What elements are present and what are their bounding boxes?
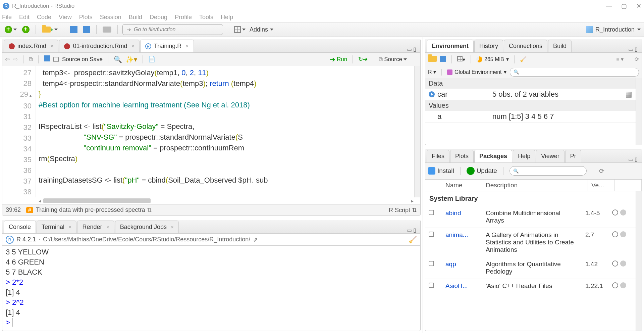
view-data-icon[interactable]: ▦ xyxy=(625,90,632,99)
refresh-packages-button[interactable]: ⟳ xyxy=(599,167,604,175)
file-type-menu[interactable]: R Script ⇅ xyxy=(389,206,417,214)
menu-code[interactable]: Code xyxy=(37,14,51,21)
clear-workspace-button[interactable]: 🧹 xyxy=(520,56,527,62)
menu-tools[interactable]: Tools xyxy=(199,14,213,21)
close-icon[interactable]: × xyxy=(68,224,71,230)
rerun-button[interactable]: ↻➔ xyxy=(358,56,368,63)
forward-button[interactable]: ⇨ xyxy=(13,56,18,63)
import-dataset-button[interactable]: ▾ xyxy=(457,56,465,63)
tab-connections[interactable]: Connections xyxy=(504,40,547,52)
pkg-load-checkbox[interactable] xyxy=(429,283,434,288)
maximize-pane-icon[interactable]: ▯ xyxy=(413,46,416,52)
new-file-button[interactable] xyxy=(3,25,18,34)
close-icon[interactable]: × xyxy=(171,224,174,230)
env-row-car[interactable]: car 5 obs. of 2 variables ▦ xyxy=(425,89,636,100)
source-button[interactable]: ⧉Source xyxy=(379,56,407,63)
env-row-a[interactable]: a num [1:5] 3 4 5 6 7 xyxy=(425,111,636,123)
menu-view[interactable]: View xyxy=(59,14,72,21)
pkg-link[interactable]: AsioH... xyxy=(445,282,468,289)
minimize-pane-icon[interactable]: ▭ xyxy=(628,156,633,162)
pkg-link[interactable]: anima... xyxy=(445,231,468,238)
tab-index-rmd[interactable]: index.Rmd× xyxy=(4,40,58,52)
maximize-pane-icon[interactable]: ▯ xyxy=(635,156,638,162)
save-source-button[interactable] xyxy=(44,55,50,63)
tab-packages[interactable]: Packages xyxy=(474,150,512,162)
tab-background-jobs[interactable]: Background Jobs× xyxy=(115,221,179,233)
tab-help[interactable]: Help xyxy=(513,150,535,162)
addins-menu[interactable]: Addins xyxy=(250,26,273,33)
load-workspace-button[interactable] xyxy=(428,56,437,63)
update-packages-button[interactable]: Update xyxy=(467,167,497,175)
remove-icon[interactable] xyxy=(620,209,626,216)
minimize-pane-icon[interactable]: ▭ xyxy=(407,227,412,233)
pkg-link[interactable]: aqp xyxy=(445,260,456,268)
show-in-new-window-button[interactable]: ⧉ xyxy=(29,56,33,63)
minimize-button[interactable]: — xyxy=(606,2,612,10)
compile-report-button[interactable]: 📄 xyxy=(148,56,155,63)
working-directory[interactable]: C:/Users/Mathias/OneDrive/Ecole/Cours/RS… xyxy=(43,236,250,243)
tab-01-introduction-rmd[interactable]: 01-introduction.Rmd× xyxy=(59,40,139,52)
clear-console-icon[interactable]: 🧹 xyxy=(409,236,417,244)
maximize-pane-icon[interactable]: ▯ xyxy=(635,46,638,52)
project-menu[interactable]: R_Introduction xyxy=(586,26,641,33)
remove-icon[interactable] xyxy=(620,231,626,237)
save-button[interactable] xyxy=(69,25,79,34)
close-icon[interactable]: × xyxy=(131,43,134,49)
close-icon[interactable]: × xyxy=(50,43,53,49)
minimize-pane-icon[interactable]: ▭ xyxy=(407,46,412,52)
tab-console[interactable]: Console xyxy=(4,221,36,233)
web-icon[interactable] xyxy=(612,260,618,267)
maximize-pane-icon[interactable]: ▯ xyxy=(413,227,416,233)
close-icon[interactable]: × xyxy=(185,43,189,49)
remove-icon[interactable] xyxy=(620,282,626,288)
menu-help[interactable]: Help xyxy=(221,14,233,21)
run-button[interactable]: ➔Run xyxy=(330,55,347,63)
env-search-input[interactable] xyxy=(510,68,639,77)
pane-layout-button[interactable] xyxy=(233,26,247,34)
back-button[interactable]: ⇦ xyxy=(5,56,10,63)
menu-session[interactable]: Session xyxy=(100,14,121,21)
menu-edit[interactable]: Edit xyxy=(19,14,30,21)
packages-search-input[interactable] xyxy=(509,166,587,176)
tab-environment[interactable]: Environment xyxy=(427,40,474,52)
tab-viewer[interactable]: Viewer xyxy=(536,150,565,162)
tab-render[interactable]: Render× xyxy=(77,221,114,233)
environment-scope-menu[interactable]: Global Environment ▾ xyxy=(447,69,506,75)
outline-button[interactable]: ≣ xyxy=(413,56,418,63)
tab-training-r[interactable]: RTraining.R× xyxy=(140,40,194,52)
close-icon[interactable]: × xyxy=(106,224,109,230)
maximize-button[interactable]: ▢ xyxy=(621,2,627,10)
tab-plots[interactable]: Plots xyxy=(450,150,474,162)
expand-icon[interactable] xyxy=(429,91,435,97)
new-project-button[interactable] xyxy=(21,25,31,34)
open-file-button[interactable]: ➔ xyxy=(41,26,59,34)
web-icon[interactable] xyxy=(612,231,618,237)
editor-vscrollbar[interactable] xyxy=(414,66,420,197)
minimize-pane-icon[interactable]: ▭ xyxy=(628,46,633,52)
goto-file-function-input[interactable]: ➔ Go to file/function xyxy=(122,24,223,35)
memory-usage[interactable]: 265 MiB ▾ xyxy=(476,56,509,62)
save-workspace-button[interactable] xyxy=(440,56,446,63)
view-mode-button[interactable]: ≡ ▾ xyxy=(616,56,624,62)
tab-terminal[interactable]: Terminal× xyxy=(37,221,76,233)
source-on-save-checkbox[interactable] xyxy=(53,57,59,62)
packages-vscrollbar[interactable] xyxy=(636,191,642,331)
tab-history[interactable]: History xyxy=(474,40,503,52)
web-icon[interactable] xyxy=(612,282,618,288)
console-output[interactable]: 3 5 YELLOW4 6 GREEN5 7 BLACK> 2*2[1] 4> … xyxy=(2,246,420,331)
menu-plots[interactable]: Plots xyxy=(79,14,93,21)
code-tools-button[interactable]: ✨▾ xyxy=(125,55,137,63)
refresh-env-button[interactable]: ⟳ xyxy=(635,56,639,62)
go-to-directory-icon[interactable]: ⇗ xyxy=(253,236,258,243)
pkg-load-checkbox[interactable] xyxy=(429,210,434,215)
editor-hscrollbar[interactable]: ◂ ▸ xyxy=(2,197,420,204)
pkg-link[interactable]: abind xyxy=(445,209,461,217)
menu-file[interactable]: File xyxy=(2,14,12,21)
find-replace-button[interactable]: 🔍 xyxy=(114,55,122,63)
web-icon[interactable] xyxy=(612,209,618,216)
code-content[interactable]: temp3<- prospectr::savitzkyGolay(temp1, … xyxy=(36,66,414,197)
env-vscrollbar[interactable] xyxy=(636,78,642,145)
close-button[interactable]: ✕ xyxy=(636,2,641,10)
menu-debug[interactable]: Debug xyxy=(150,14,167,21)
pkg-load-checkbox[interactable] xyxy=(429,232,434,237)
